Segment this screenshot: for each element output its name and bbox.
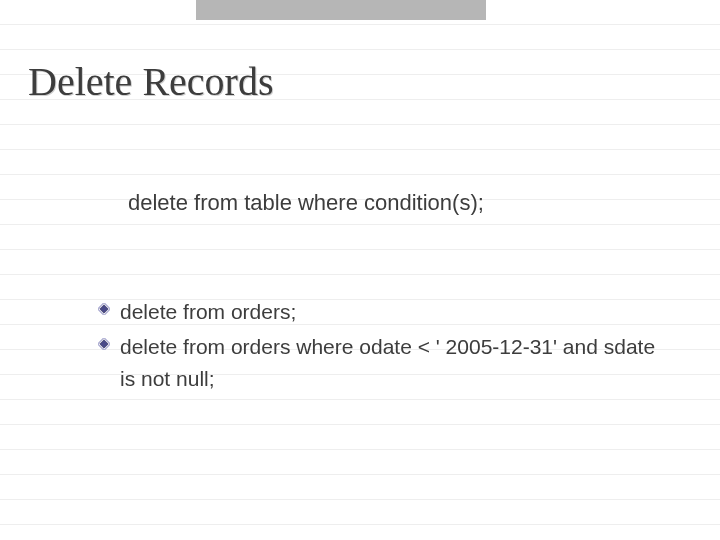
slide-content: Delete Records delete from table where c…	[0, 0, 720, 540]
header-placeholder	[196, 0, 486, 20]
list-item-text: delete from orders;	[120, 300, 296, 323]
syntax-line: delete from table where condition(s);	[128, 190, 484, 216]
list-item: delete from orders;	[98, 296, 658, 329]
slide-title: Delete Records	[28, 58, 273, 105]
list-item-text: delete from orders where odate < ' 2005-…	[120, 335, 655, 391]
bullet-list: delete from orders; delete from orders w…	[98, 296, 658, 398]
diamond-bullet-icon	[98, 338, 110, 350]
diamond-bullet-icon	[98, 303, 110, 315]
list-item: delete from orders where odate < ' 2005-…	[98, 331, 658, 396]
